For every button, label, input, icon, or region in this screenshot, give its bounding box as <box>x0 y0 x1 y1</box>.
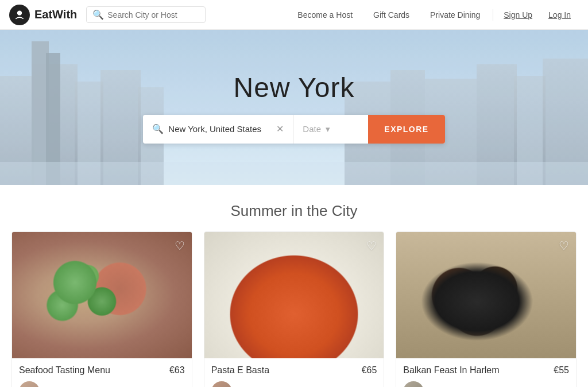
card-0-price: €63 <box>169 365 185 376</box>
chevron-down-icon: ▾ <box>326 124 330 134</box>
card-1-image: ♡ <box>204 232 384 358</box>
hero-date-label: Date <box>303 124 321 134</box>
hero-location-field: 🔍 ✕ <box>143 115 293 144</box>
card-2-name: Balkan Feast In Harlem <box>403 365 499 376</box>
card-2-info: Balkan Feast In Harlem €55 <box>396 358 576 376</box>
navbar-search: 🔍 <box>86 6 206 23</box>
nav-login[interactable]: Log In <box>540 10 579 20</box>
card-0-info: Seafood Tasting Menu €63 <box>12 358 192 376</box>
nav-divider <box>493 9 493 21</box>
hero-city-title: New York <box>234 72 355 103</box>
card-2-avatar-img <box>403 381 424 387</box>
hero-section: New York 🔍 ✕ Date ▾ EXPLORE <box>0 30 588 185</box>
card-0-food-bg <box>12 232 192 358</box>
logo-text: EatWith <box>34 8 77 21</box>
card-2-heart-icon[interactable]: ♡ <box>559 239 569 253</box>
card-1-food-overlay <box>204 232 384 358</box>
card-0-food-overlay <box>12 232 192 358</box>
svg-point-0 <box>17 10 22 15</box>
nav-links: Become a Host Gift Cards Private Dining … <box>287 9 579 21</box>
card-0-heart-icon[interactable]: ♡ <box>175 239 185 253</box>
card-2-food-overlay <box>396 232 576 358</box>
card-1-heart-icon[interactable]: ♡ <box>366 239 377 253</box>
nav-private-dining[interactable]: Private Dining <box>420 10 490 20</box>
section-title: Summer in the City <box>0 202 588 220</box>
card-1-name: Pasta E Basta <box>211 365 269 376</box>
cards-container: ♡ Seafood Tasting Menu €63 Ai IN WILLIAM… <box>0 231 588 387</box>
card-2-food-bg <box>396 232 576 358</box>
hero-search-bar: 🔍 ✕ Date ▾ EXPLORE <box>143 115 444 144</box>
card-1-price: €65 <box>362 365 377 376</box>
card-1[interactable]: ♡ Pasta E Basta €65 Patrick IN UPPER EAS… <box>204 231 385 387</box>
card-2-avatar <box>403 381 424 387</box>
card-1-info: Pasta E Basta €65 <box>204 358 384 376</box>
search-icon: 🔍 <box>92 9 104 20</box>
explore-button[interactable]: EXPLORE <box>368 115 444 144</box>
nav-become-host[interactable]: Become a Host <box>287 10 363 20</box>
nav-signup[interactable]: Sign Up <box>496 10 540 20</box>
search-input[interactable] <box>107 10 199 20</box>
card-1-host: Patrick IN UPPER EAST SIDE <box>204 376 384 387</box>
card-1-avatar-img <box>211 381 232 387</box>
card-2[interactable]: ♡ Balkan Feast In Harlem €55 Dina IN HAR… <box>396 231 577 387</box>
navbar: EatWith 🔍 Become a Host Gift Cards Priva… <box>0 0 588 30</box>
card-0-name: Seafood Tasting Menu <box>19 365 110 376</box>
card-2-image: ♡ <box>396 232 576 358</box>
card-0-avatar <box>19 381 40 387</box>
logo[interactable]: EatWith <box>9 5 77 25</box>
nav-gift-cards[interactable]: Gift Cards <box>363 10 420 20</box>
card-2-host: Dina IN HARLEM <box>396 376 576 387</box>
hero-search-icon: 🔍 <box>152 123 164 134</box>
card-0-host: Ai IN WILLIAMSBURG <box>12 376 192 387</box>
card-0[interactable]: ♡ Seafood Tasting Menu €63 Ai IN WILLIAM… <box>11 231 192 387</box>
hero-date-field[interactable]: Date ▾ <box>293 115 368 144</box>
hero-location-input[interactable] <box>168 124 272 134</box>
hero-clear-icon[interactable]: ✕ <box>276 123 284 134</box>
card-2-price: €55 <box>554 365 569 376</box>
card-1-food-bg <box>204 232 384 358</box>
logo-icon <box>9 5 30 25</box>
card-1-avatar <box>211 381 232 387</box>
card-0-avatar-img <box>19 381 40 387</box>
card-0-image: ♡ <box>12 232 192 358</box>
hero-content: New York 🔍 ✕ Date ▾ EXPLORE <box>143 72 444 144</box>
